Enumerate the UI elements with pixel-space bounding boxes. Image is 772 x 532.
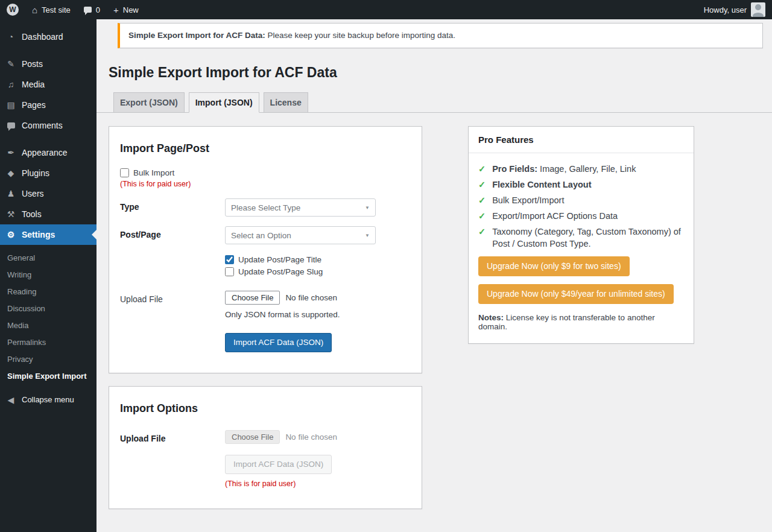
collapse-menu-button[interactable]: ◀ Collapse menu bbox=[0, 390, 96, 410]
collapse-menu-label: Collapse menu bbox=[22, 394, 74, 405]
import-options-panel: Import Options Upload File Choose File N… bbox=[109, 386, 422, 509]
sidebar-item-plugins[interactable]: ◆ Plugins bbox=[0, 163, 96, 183]
submenu-item-simple-export-import[interactable]: Simple Export Import bbox=[0, 368, 96, 385]
sidebar-item-media[interactable]: ♫ Media bbox=[0, 74, 96, 95]
bulk-import-checkbox-row[interactable]: Bulk Import bbox=[120, 168, 411, 177]
sidebar-item-pages[interactable]: ▤ Pages bbox=[0, 95, 96, 115]
admin-layout: ◔ Dashboard ✎ Posts ♫ Media ▤ Pages Comm… bbox=[0, 19, 772, 532]
page-title: Simple Export Import for ACF Data bbox=[109, 64, 760, 81]
options-submit-row: Import ACF Data (JSON) (This is for paid… bbox=[120, 455, 411, 488]
bulk-import-label: Bulk Import bbox=[133, 168, 174, 177]
options-choose-file-button[interactable]: Choose File bbox=[225, 430, 280, 444]
sidebar-item-settings[interactable]: ⚙ Settings bbox=[0, 224, 96, 245]
submenu-item-general[interactable]: General bbox=[0, 250, 96, 267]
upload-file-label: Upload File bbox=[120, 291, 225, 304]
submenu-item-media[interactable]: Media bbox=[0, 317, 96, 334]
pro-features-panel: Pro Features ✓ Pro Fields: Image, Galler… bbox=[468, 126, 694, 344]
post-page-row: Post/Page Select an Option ▼ bbox=[120, 226, 411, 244]
sidebar-item-label: Comments bbox=[22, 120, 63, 131]
comments-bubble-icon bbox=[84, 7, 92, 13]
sidebar-item-label: Appearance bbox=[22, 147, 68, 158]
notice-message: Please keep your site backup before impo… bbox=[268, 31, 455, 40]
submenu-item-writing[interactable]: Writing bbox=[0, 267, 96, 283]
submit-row: Import ACF Data (JSON) bbox=[120, 333, 411, 352]
new-label: New bbox=[123, 5, 139, 14]
upgrade-unlimited-sites-button[interactable]: Upgrade Now (only $49/year for unlimited… bbox=[478, 284, 674, 304]
pro-feature-item: ✓ Export/Import ACF Options Data bbox=[478, 210, 684, 222]
sidebar-item-label: Users bbox=[22, 188, 44, 199]
import-page-post-panel: Import Page/Post Bulk Import (This is fo… bbox=[109, 126, 422, 373]
submenu-item-discussion[interactable]: Discussion bbox=[0, 300, 96, 317]
admin-bar-left: W ⌂ Test site 0 + New bbox=[0, 0, 145, 19]
comments-icon bbox=[5, 121, 17, 130]
type-select-value: Please Select Type bbox=[231, 203, 300, 212]
pro-features-heading: Pro Features bbox=[469, 127, 694, 153]
sidebar-item-label: Pages bbox=[22, 100, 46, 110]
update-slug-checkbox[interactable] bbox=[225, 267, 234, 276]
json-format-note: Only JSON format is supported. bbox=[225, 310, 340, 319]
update-title-checkbox-row[interactable]: Update Post/Page Title bbox=[225, 255, 323, 264]
chevron-down-icon: ▼ bbox=[365, 233, 370, 238]
paid-user-note: (This is for paid user) bbox=[120, 180, 411, 188]
tab-import-json[interactable]: Import (JSON) bbox=[189, 92, 259, 113]
posts-icon: ✎ bbox=[5, 60, 17, 68]
options-upload-row: Upload File Choose File No file chosen bbox=[120, 430, 411, 444]
post-page-select[interactable]: Select an Option ▼ bbox=[225, 226, 376, 244]
home-icon: ⌂ bbox=[32, 5, 37, 14]
upgrade-two-sites-button[interactable]: Upgrade Now (only $9 for two sites) bbox=[478, 256, 630, 276]
post-page-select-value: Select an Option bbox=[231, 231, 291, 240]
pro-feature-item: ✓ Taxonomy (Category, Tag, Custom Taxono… bbox=[478, 226, 684, 250]
sidebar-item-label: Media bbox=[22, 79, 45, 90]
sidebar-item-label: Posts bbox=[22, 59, 43, 69]
plus-icon: + bbox=[113, 5, 119, 14]
settings-icon: ⚙ bbox=[5, 230, 17, 239]
wordpress-logo-icon: W bbox=[7, 4, 19, 16]
admin-bar-right: Howdy, user bbox=[697, 0, 772, 19]
sidebar-item-dashboard[interactable]: ◔ Dashboard bbox=[0, 27, 96, 47]
pro-feature-item: ✓ Bulk Export/Import bbox=[478, 194, 684, 206]
sidebar-item-users[interactable]: ♟ Users bbox=[0, 183, 96, 204]
tools-icon: ⚒ bbox=[5, 210, 17, 218]
submenu-item-reading[interactable]: Reading bbox=[0, 283, 96, 300]
warning-notice: Simple Export Import for ACF Data: Pleas… bbox=[118, 23, 763, 48]
howdy-label: Howdy, user bbox=[704, 5, 747, 14]
users-icon: ♟ bbox=[5, 189, 17, 198]
pages-icon: ▤ bbox=[5, 101, 17, 109]
bulk-import-checkbox[interactable] bbox=[120, 168, 129, 177]
options-no-file-chosen-text: No file chosen bbox=[285, 432, 337, 442]
media-icon: ♫ bbox=[5, 80, 17, 89]
options-import-button-disabled[interactable]: Import ACF Data (JSON) bbox=[225, 455, 332, 474]
update-title-checkbox[interactable] bbox=[225, 255, 234, 264]
submenu-item-permalinks[interactable]: Permalinks bbox=[0, 334, 96, 351]
type-select[interactable]: Please Select Type ▼ bbox=[225, 198, 376, 217]
chevron-down-icon: ▼ bbox=[365, 205, 370, 211]
my-account-menu[interactable]: Howdy, user bbox=[697, 0, 772, 19]
sidebar-item-posts[interactable]: ✎ Posts bbox=[0, 54, 96, 74]
options-upload-file-input[interactable]: Choose File No file chosen bbox=[225, 430, 337, 444]
import-acf-data-button[interactable]: Import ACF Data (JSON) bbox=[225, 333, 332, 352]
choose-file-button[interactable]: Choose File bbox=[225, 291, 280, 305]
update-slug-checkbox-row[interactable]: Update Post/Page Slug bbox=[225, 267, 323, 276]
post-page-label: Post/Page bbox=[120, 226, 225, 239]
tab-bar: Export (JSON) Import (JSON) License bbox=[96, 92, 772, 113]
tab-license[interactable]: License bbox=[264, 92, 308, 113]
type-row: Type Please Select Type ▼ bbox=[120, 198, 411, 217]
tab-export-json[interactable]: Export (JSON) bbox=[113, 92, 185, 113]
sidebar-item-appearance[interactable]: ✒ Appearance bbox=[0, 142, 96, 163]
check-icon: ✓ bbox=[478, 226, 486, 250]
new-content-menu[interactable]: + New bbox=[107, 0, 145, 19]
comments-menu[interactable]: 0 bbox=[77, 0, 107, 19]
sidebar-item-tools[interactable]: ⚒ Tools bbox=[0, 204, 96, 224]
site-name-menu[interactable]: ⌂ Test site bbox=[25, 0, 77, 19]
site-name-label: Test site bbox=[42, 5, 71, 14]
check-icon: ✓ bbox=[478, 163, 486, 175]
wordpress-logo-menu[interactable]: W bbox=[0, 0, 25, 19]
sidebar-item-label: Plugins bbox=[22, 168, 49, 179]
submenu-item-privacy[interactable]: Privacy bbox=[0, 351, 96, 368]
import-page-post-heading: Import Page/Post bbox=[120, 142, 411, 155]
sidebar-item-label: Dashboard bbox=[22, 31, 63, 42]
sidebar-item-comments[interactable]: Comments bbox=[0, 115, 96, 136]
right-column: Pro Features ✓ Pro Fields: Image, Galler… bbox=[468, 126, 694, 344]
check-icon: ✓ bbox=[478, 210, 486, 222]
upload-file-input[interactable]: Choose File No file chosen bbox=[225, 291, 340, 305]
